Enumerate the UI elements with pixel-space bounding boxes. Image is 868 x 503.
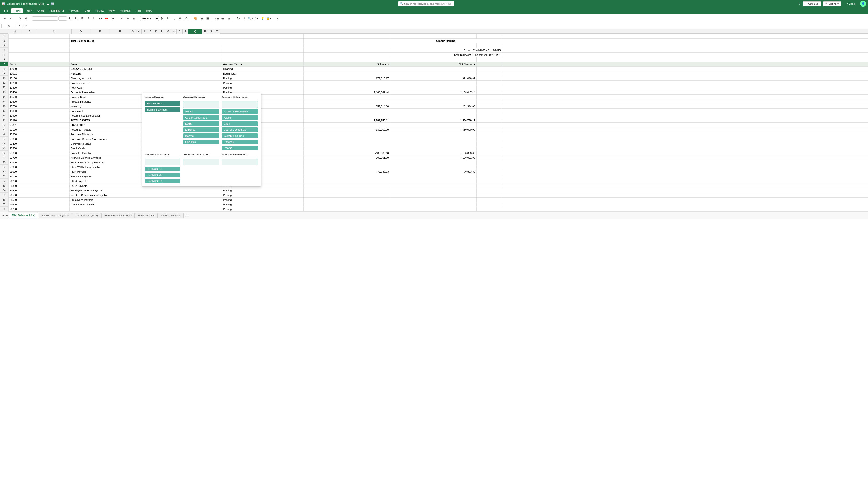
cell-bal-22[interactable] [303, 132, 390, 137]
cell-net-28[interactable] [390, 160, 476, 165]
cell-bal-25[interactable] [303, 146, 390, 151]
cell-name-38[interactable] [70, 207, 222, 212]
cell-no-37[interactable]: 21600 [9, 202, 70, 207]
cell-no-16[interactable]: 10700 [9, 104, 70, 109]
col-header-g[interactable]: G [130, 29, 136, 34]
undo-dropdown[interactable]: ▾ [8, 16, 13, 21]
cell-no-8[interactable]: 10000 [9, 66, 70, 71]
sheet-tab-trial-balance-lcy[interactable]: Trial Balance (LCY) [9, 213, 38, 218]
row-num-1[interactable]: 1 [0, 34, 8, 38]
cell-name-36[interactable]: Employees Payable [70, 197, 222, 202]
filter-chip-income-cat[interactable]: Income [183, 133, 219, 138]
cell-no-24[interactable]: 20400 [9, 141, 70, 146]
font-color-button[interactable]: A▾ [104, 16, 110, 21]
row-num-12[interactable]: 12 [0, 85, 8, 90]
filter-empty-category[interactable] [183, 101, 219, 108]
cell-d6[interactable] [303, 57, 390, 62]
cell-c4[interactable] [222, 48, 303, 53]
cell-no-35[interactable]: 21500 [9, 193, 70, 197]
cell-bal-32[interactable] [303, 179, 390, 184]
cell-bal-11[interactable] [303, 81, 390, 85]
number-format-select[interactable]: General [140, 16, 159, 21]
decrease-decimal-button[interactable]: .0↓ [184, 16, 189, 21]
filter-empty-subcategory[interactable] [222, 101, 258, 108]
cell-net-8[interactable] [390, 66, 476, 71]
cell-company[interactable]: Cronus Holding [390, 39, 502, 43]
sheet-tab-by-business-unit-acy[interactable]: By Business Unit (ACY) [101, 213, 135, 218]
row-num-24[interactable]: 24 [0, 141, 8, 146]
sheet-nav-prev[interactable]: ◀ [1, 214, 5, 217]
cell-no-13[interactable]: 10400 [9, 90, 70, 95]
cell-bal-37[interactable] [303, 202, 390, 207]
cell-type-9[interactable]: Begin-Total [222, 71, 303, 76]
filter-chip-current-liabilities[interactable]: Current Liabilities [222, 133, 258, 138]
col-header-c[interactable]: C [37, 29, 72, 34]
row-num-21[interactable]: 21 [0, 127, 8, 132]
row-num-19[interactable]: 19 [0, 118, 8, 123]
cell-b1[interactable] [70, 34, 222, 39]
cell-net-36[interactable] [390, 197, 476, 202]
cell-type-8[interactable]: Heading [222, 66, 303, 71]
more-font-button[interactable]: ··· [110, 16, 115, 21]
row-num-25[interactable]: 25 [0, 146, 8, 151]
row-num-13[interactable]: 13 [0, 90, 8, 94]
sheet-tab-by-business-unit-lcy[interactable]: By Business Unit (LCY) [39, 213, 72, 218]
sheet-tab-trial-balance-acy[interactable]: Trial Balance (ACY) [72, 213, 101, 218]
col-header-j[interactable]: J [147, 29, 153, 34]
cell-bal-38[interactable] [303, 207, 390, 212]
font-selector[interactable]: Segoe UI (Body) [32, 16, 58, 21]
cell-net-22[interactable] [390, 132, 476, 137]
cell-f6[interactable] [476, 57, 502, 62]
cell-type-35[interactable]: Posting [222, 193, 303, 197]
tab-page-layout[interactable]: Page Layout [47, 8, 66, 13]
cell-data-retrieved[interactable]: Data retrieved: 31 December 2024 14:31 [303, 53, 502, 57]
underline-button[interactable]: U [92, 16, 97, 21]
tab-file[interactable]: File [2, 8, 11, 13]
filter-chip-cost-of-goods-sold-sub[interactable]: Cost of Goods Sold [222, 127, 258, 132]
cell-no-31[interactable]: 21100 [9, 174, 70, 179]
sheet-tab-trial-balance-data[interactable]: TrialBalanceData [158, 213, 184, 218]
col-header-h[interactable]: H [136, 29, 142, 34]
cell-name-34[interactable]: Employee Benefits Payable [70, 188, 222, 193]
cell-bal-30[interactable]: -70,833.33 [303, 170, 390, 174]
col-header-b[interactable]: B [22, 29, 37, 34]
row-num-8[interactable]: 8 [0, 66, 8, 71]
filter-empty-shortcut1[interactable] [183, 159, 219, 165]
cell-e1[interactable] [390, 34, 476, 39]
cell-net-23[interactable] [390, 137, 476, 141]
cell-name-10[interactable]: Checking account [70, 76, 222, 81]
wrap-button[interactable]: ↵ [125, 16, 131, 21]
col-header-i[interactable]: I [142, 29, 147, 34]
cell-net-18[interactable] [390, 113, 476, 118]
row-num-35[interactable]: 35 [0, 193, 8, 197]
cell-net-16[interactable]: -252,314.00 [390, 104, 476, 109]
bold-button[interactable]: B [80, 16, 85, 21]
cell-net-9[interactable] [390, 71, 476, 76]
row-num-7[interactable]: 7 [0, 62, 8, 66]
row-num-33[interactable]: 33 [0, 183, 8, 188]
cell-bal-16[interactable]: -252,314.00 [303, 104, 390, 109]
col-header-k[interactable]: K [153, 29, 159, 34]
row-num-20[interactable]: 20 [0, 123, 8, 127]
cell-f1[interactable] [476, 34, 502, 39]
cell-b3[interactable] [70, 43, 222, 48]
sheet-tab-business-units[interactable]: BusinessUnits [135, 213, 157, 218]
editing-button[interactable]: ✏ Editing ▾ [823, 1, 841, 6]
cell-bal-29[interactable] [303, 165, 390, 170]
cell-bal-9[interactable] [303, 71, 390, 76]
cell-name-9[interactable]: ASSETS [70, 71, 222, 76]
cell-no-28[interactable]: 20800 [9, 160, 70, 165]
filter-chip-cronus-ca[interactable]: CRONUS-CA [145, 167, 180, 171]
cell-no-33[interactable]: 21300 [9, 184, 70, 188]
cell-bal-33[interactable] [303, 184, 390, 188]
col-header-m[interactable]: M [165, 29, 171, 34]
row-num-22[interactable]: 22 [0, 132, 8, 136]
cell-no-15[interactable]: 10600 [9, 99, 70, 104]
cell-net-24[interactable] [390, 141, 476, 146]
delete-button[interactable]: -⊞ [220, 16, 226, 21]
cell-a5[interactable] [9, 53, 70, 57]
cell-title[interactable]: Trial Balance (LCY) [70, 39, 303, 43]
tab-automate[interactable]: Automate [117, 8, 133, 13]
sensitivity-button[interactable]: 🔒▾ [266, 16, 271, 21]
table-style-button[interactable]: ⊞ [199, 16, 205, 21]
